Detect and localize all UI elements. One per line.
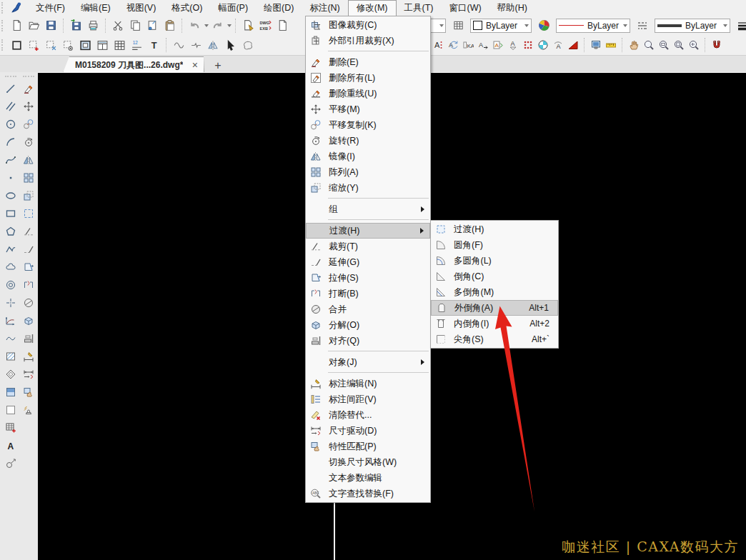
toolbar-button-print[interactable] — [84, 17, 101, 34]
toolbar-button-snap[interactable] — [709, 36, 724, 54]
combo-caret-icon[interactable] — [723, 24, 727, 27]
menu-item-clear-override[interactable]: 清除替代... — [306, 407, 430, 423]
submenu-item-inner-chamfer[interactable]: 内倒角(I)Alt+2 — [431, 316, 558, 331]
palette-button-centerline[interactable] — [3, 295, 19, 311]
toolbar-button-zoom-window[interactable] — [656, 36, 671, 54]
palette-button-mirror[interactable] — [21, 152, 36, 168]
palette-button-stretch[interactable] — [21, 259, 36, 275]
palette-button-revision-cloud[interactable] — [3, 259, 19, 275]
menubar-item-file[interactable]: 文件(F) — [28, 0, 73, 16]
submenu-item-outer-chamfer[interactable]: 外倒角(A)Alt+1 — [431, 300, 558, 316]
palette-button-point[interactable] — [3, 170, 19, 186]
toolbar-button-zoom-previous[interactable] — [686, 36, 701, 54]
menubar-item-edit[interactable]: 编辑(E) — [73, 0, 119, 16]
menubar-item-tools[interactable]: 工具(T) — [397, 0, 442, 16]
palette-button-donut[interactable] — [3, 277, 19, 293]
toolbar-button-text-dots[interactable]: A — [430, 36, 445, 54]
palette-button-trim[interactable] — [21, 224, 36, 239]
palette-button-sketch[interactable] — [3, 456, 19, 471]
toolbar-grip[interactable] — [1, 20, 5, 31]
menu-item-align[interactable]: 对齐(Q) — [306, 333, 430, 349]
toolbar-button-copy[interactable] — [126, 17, 144, 34]
palette-button-local-detail[interactable] — [3, 402, 19, 418]
toolbar-button-point-array[interactable] — [520, 36, 535, 54]
toolbar-button-linetype-settings[interactable] — [634, 17, 651, 34]
toolbar-button-pointer[interactable] — [222, 36, 239, 54]
palette-button-polygon[interactable] — [3, 224, 19, 239]
menubar-item-window[interactable]: 窗口(W) — [441, 0, 489, 16]
palette-button-stamp[interactable] — [21, 402, 36, 418]
toolbar-button-text[interactable]: T — [145, 36, 162, 54]
menubar-item-help[interactable]: 帮助(H) — [489, 0, 535, 16]
menu-item-scale[interactable]: 缩放(Y) — [306, 180, 430, 196]
submenu-item-multi-chamfer[interactable]: 多倒角(M) — [431, 284, 558, 300]
toolbar-button-plot-doc[interactable] — [274, 17, 291, 34]
menu-item-explode[interactable]: 分解(O) — [306, 317, 430, 333]
toolbar-button-wave-line[interactable] — [170, 36, 187, 54]
toolbar-button-text-edit[interactable]: A — [490, 36, 505, 54]
palette-button-move[interactable] — [21, 99, 36, 114]
new-tab-button[interactable]: + — [209, 58, 227, 73]
submenu-item-transition[interactable]: 过渡(H) — [431, 221, 558, 237]
toolbar-button-quadrant-circle[interactable] — [535, 36, 550, 54]
toolbar-button-table[interactable] — [111, 36, 128, 54]
palette-button-contour[interactable] — [3, 366, 19, 382]
palette-button-select-box[interactable] — [21, 206, 36, 221]
palette-button-match-properties[interactable] — [21, 384, 36, 400]
document-tab[interactable]: M0158209 刀具图...26.dwg* × — [63, 56, 204, 73]
toolbar-button-display-settings[interactable] — [588, 36, 603, 54]
toolbar-button-half-dimension[interactable]: 12 — [128, 36, 145, 54]
palette-button-ellipse[interactable] — [3, 188, 19, 204]
menu-item-match-properties[interactable]: 特性匹配(P) — [306, 439, 430, 454]
menu-item-rotate[interactable]: 旋转(R) — [306, 133, 430, 149]
tab-close-icon[interactable]: × — [192, 60, 198, 70]
palette-button-break[interactable] — [21, 277, 36, 293]
menubar-item-view[interactable]: 视图(V) — [119, 0, 164, 16]
toolbar-button-copy-with-basepoint[interactable] — [144, 17, 161, 34]
palette-button-erase[interactable] — [21, 81, 36, 96]
submenu-item-fillet[interactable]: 圆角(F) — [431, 237, 558, 253]
palette-button-polyline[interactable] — [3, 241, 19, 257]
layer-combo-partial[interactable] — [429, 19, 446, 33]
palette-button-extend[interactable] — [21, 241, 36, 257]
submenu-item-chamfer[interactable]: 倒角(C) — [431, 269, 558, 284]
toolbar-button-text-rotate[interactable]: A — [445, 36, 460, 54]
menu-item-erase[interactable]: 删除(E) — [306, 54, 430, 70]
toolbar-button-new-viewport[interactable] — [94, 36, 111, 54]
palette-button-parallel-line[interactable] — [3, 99, 19, 114]
toolbar-button-lasso[interactable] — [239, 36, 256, 54]
combo-caret-icon[interactable] — [439, 24, 444, 27]
toolbar-button-frame-remove[interactable] — [42, 36, 59, 54]
submenu-item-multi-fillet[interactable]: 多圆角(L) — [431, 253, 558, 269]
menu-item-dim-drive[interactable]: 尺寸驱动(D) — [306, 423, 430, 439]
toolbar-button-cut[interactable] — [109, 17, 126, 34]
menu-item-text-param-edit[interactable]: 文本参数编辑 — [306, 470, 430, 486]
toolbar-button-arc-text[interactable]: A — [550, 36, 565, 54]
menu-item-break[interactable]: 打断(B) — [306, 286, 430, 301]
toolbar-button-paste[interactable] — [161, 17, 178, 34]
palette-grip[interactable] — [5, 76, 16, 79]
toolbar-button-frame-visible[interactable] — [59, 36, 76, 54]
palette-button-scale[interactable] — [21, 188, 36, 204]
lineweight-combo[interactable]: ByLayer — [655, 19, 730, 33]
palette-button-merge[interactable] — [21, 295, 36, 311]
palette-button-arc[interactable] — [3, 134, 19, 150]
menu-item-xref-crop[interactable]: 外部引用裁剪(X) — [306, 33, 430, 49]
menu-item-switch-dim-style[interactable]: 切换尺寸风格(W) — [306, 454, 430, 470]
menubar-item-format[interactable]: 格式(O) — [164, 0, 210, 16]
toolbar-button-color-wheel[interactable] — [535, 17, 552, 34]
palette-button-explode[interactable] — [21, 313, 36, 329]
palette-button-align[interactable] — [21, 331, 36, 346]
menu-item-erase-all[interactable]: 删除所有(L) — [306, 70, 430, 86]
toolbar-button-slope[interactable] — [565, 36, 580, 54]
toolbar-button-pan[interactable] — [626, 36, 641, 54]
palette-button-move-copy[interactable] — [21, 116, 36, 132]
palette-button-line[interactable] — [3, 81, 19, 96]
menu-item-dim-spacing[interactable]: 标注间距(V) — [306, 391, 430, 407]
palette-button-dim-drive[interactable] — [21, 366, 36, 382]
palette-grip[interactable] — [23, 76, 34, 79]
toolbar-button-purge[interactable] — [239, 17, 257, 34]
menu-item-trim[interactable]: 裁剪(T) — [306, 239, 430, 254]
menu-item-find-replace-text[interactable]: ABC文字查找替换(F) — [306, 486, 430, 501]
menu-item-translate[interactable]: 平移(M) — [306, 101, 430, 117]
